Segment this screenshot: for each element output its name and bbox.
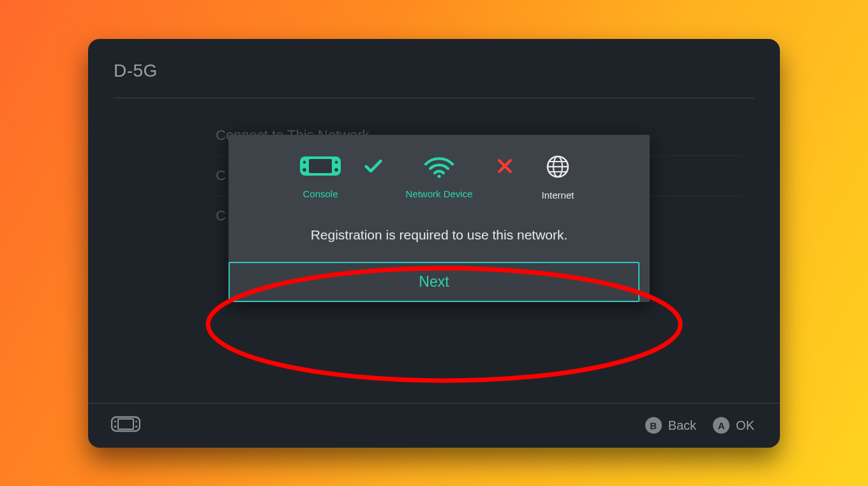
back-label: Back	[668, 418, 696, 433]
svg-point-14	[135, 420, 137, 422]
console-icon	[299, 154, 341, 181]
page-title: D-5G	[114, 61, 754, 81]
svg-rect-12	[118, 419, 133, 429]
status-console-label: Console	[303, 188, 338, 199]
status-internet-label: Internet	[542, 190, 574, 201]
svg-point-5	[334, 168, 338, 172]
svg-point-4	[303, 168, 306, 172]
check-icon	[362, 154, 385, 178]
wifi-icon	[423, 154, 455, 181]
x-icon	[493, 154, 516, 178]
svg-point-15	[114, 425, 117, 428]
connection-dialog: Console Network Device	[228, 135, 650, 302]
svg-point-16	[135, 425, 138, 428]
controller-icon	[111, 416, 140, 436]
globe-icon	[545, 154, 571, 182]
ok-label: OK	[736, 418, 754, 433]
console-screen: D-5G Connect to This Network C C	[88, 39, 780, 448]
footer: B Back A OK	[88, 403, 780, 448]
svg-point-13	[114, 420, 116, 422]
svg-point-3	[335, 160, 338, 163]
b-button-icon: B	[645, 417, 662, 434]
ok-hint[interactable]: A OK	[713, 417, 754, 434]
status-network-device: Network Device	[404, 154, 474, 199]
header-divider	[114, 98, 754, 98]
dialog-message: Registration is required to use this net…	[241, 227, 637, 243]
svg-point-2	[303, 160, 306, 163]
next-button[interactable]: Next	[228, 262, 640, 302]
status-internet: Internet	[535, 154, 580, 201]
a-button-icon: A	[713, 417, 730, 434]
svg-rect-1	[309, 159, 332, 173]
svg-point-6	[437, 174, 440, 178]
back-hint[interactable]: B Back	[645, 417, 696, 434]
status-console: Console	[298, 154, 343, 199]
header: D-5G	[88, 39, 780, 90]
status-row: Console Network Device	[235, 154, 643, 201]
status-network-device-label: Network Device	[405, 188, 472, 199]
